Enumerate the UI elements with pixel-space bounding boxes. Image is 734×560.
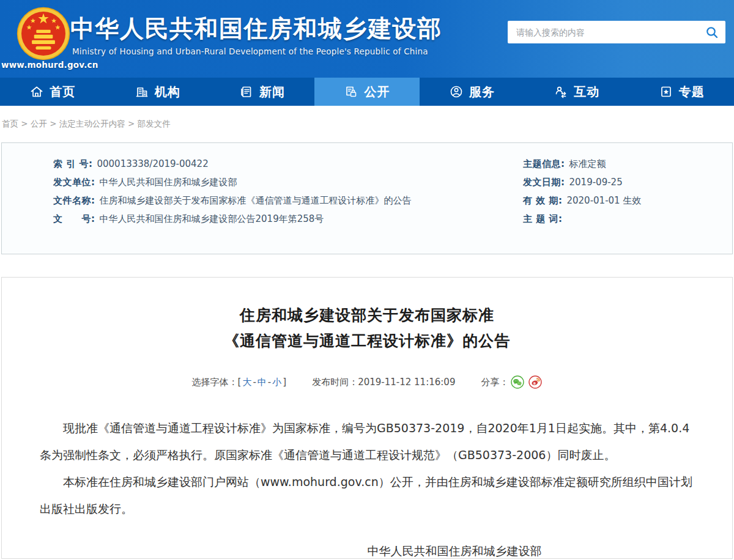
article-title: 住房和城乡建设部关于发布国家标准 《通信管道与通道工程设计标准》的公告	[2, 303, 732, 354]
search-box	[508, 21, 725, 43]
breadcrumb-home[interactable]: 首页	[2, 119, 18, 128]
document-info-panel: 索 引 号:000013338/2019-00422 发文单位:中华人民共和国住…	[1, 142, 733, 254]
nav-label: 公开	[364, 84, 390, 100]
breadcrumb-statutory-content[interactable]: 法定主动公开内容	[59, 119, 125, 128]
weibo-share-icon[interactable]	[528, 375, 542, 389]
article-panel: 住房和城乡建设部关于发布国家标准 《通信管道与通道工程设计标准》的公告 选择字体…	[1, 277, 733, 559]
doc-info-left-column: 索 引 号:000013338/2019-00422 发文单位:中华人民共和国住…	[2, 158, 517, 254]
font-selector-label: 选择字体：	[192, 377, 238, 388]
topics-icon	[659, 84, 673, 99]
nav-item-disclosure[interactable]: 公开	[314, 78, 419, 106]
font-size-large[interactable]: 大	[241, 377, 253, 388]
breadcrumb: 首页 > 公开 > 法定主动公开内容 > 部发文件	[0, 106, 734, 142]
news-icon	[239, 84, 254, 99]
breadcrumb-separator: >	[125, 119, 138, 128]
service-icon	[449, 84, 464, 99]
share-group: 分享：	[481, 375, 542, 389]
doc-info-row-document-name: 文件名称:住房和城乡建设部关于发布国家标准《通信管道与通道工程设计标准》的公告	[53, 195, 517, 206]
site-header: www.mohurd.gov.cn 中华人民共和国住房和城乡建设部 Minist…	[0, 0, 734, 78]
article-title-line1: 住房和城乡建设部关于发布国家标准	[2, 303, 732, 328]
search-icon[interactable]	[705, 25, 719, 40]
nav-label: 机构	[155, 84, 180, 100]
font-size-small[interactable]: 小	[271, 377, 283, 388]
home-icon	[29, 84, 44, 99]
interaction-icon	[554, 84, 568, 99]
nav-label: 首页	[50, 84, 75, 100]
disclosure-icon	[344, 84, 358, 99]
doc-info-row-subject-info: 主题信息:标准定额	[523, 158, 732, 169]
publish-time: 发布时间： 2019-11-12 11:16:09	[312, 377, 455, 388]
breadcrumb-separator: >	[47, 119, 59, 128]
breadcrumb-disclosure[interactable]: 公开	[31, 119, 47, 128]
nav-item-home[interactable]: 首页	[0, 78, 105, 106]
breadcrumb-separator: >	[18, 119, 31, 128]
doc-info-right-column: 主题信息:标准定额 发文日期:2019-09-25 有 效 期:2020-01-…	[517, 158, 732, 254]
article-paragraph-1: 现批准《通信管道与通道工程设计标准》为国家标准，编号为GB50373-2019，…	[40, 414, 694, 468]
nav-label: 服务	[469, 84, 495, 100]
nav-item-organization[interactable]: 机构	[105, 78, 209, 106]
publish-time-value: 2019-11-12 11:16:09	[358, 377, 455, 388]
signature-org: 中华人民共和国住房和城乡建设部	[173, 537, 733, 559]
organization-icon	[135, 84, 149, 99]
wechat-share-icon[interactable]	[511, 375, 524, 389]
breadcrumb-current: 部发文件	[138, 119, 171, 128]
article-title-line2: 《通信管道与通道工程设计标准》的公告	[2, 328, 732, 354]
article-body: 现批准《通信管道与通道工程设计标准》为国家标准，编号为GB50373-2019，…	[2, 414, 732, 522]
doc-info-row-keywords: 主 题 词:	[523, 213, 732, 224]
main-nav: 首页 机构 新闻 公开 服务 互动	[0, 78, 734, 106]
doc-info-row-document-number: 文 号:中华人民共和国住房和城乡建设部公告2019年第258号	[53, 213, 517, 224]
doc-info-row-index-number: 索 引 号:000013338/2019-00422	[53, 158, 517, 169]
font-size-medium[interactable]: 中	[256, 377, 268, 388]
national-emblem-logo	[16, 6, 71, 61]
article-paragraph-2: 本标准在住房和城乡建设部门户网站（www.mohurd.gov.cn）公开，并由…	[40, 468, 694, 522]
doc-info-row-issuing-unit: 发文单位:中华人民共和国住房和城乡建设部	[53, 177, 517, 188]
search-input[interactable]	[516, 28, 705, 37]
nav-label: 专题	[679, 84, 705, 100]
publish-time-label: 发布时间：	[312, 377, 358, 388]
share-label: 分享：	[481, 377, 508, 388]
nav-label: 互动	[574, 84, 599, 100]
site-title: 中华人民共和国住房和城乡建设部	[70, 12, 442, 45]
nav-item-news[interactable]: 新闻	[210, 78, 314, 106]
signature-block: 中华人民共和国住房和城乡建设部 2019年9月25日	[173, 537, 733, 559]
doc-info-row-effective-date: 有 效 期:2020-01-01 生效	[523, 195, 732, 206]
article-meta-row: 选择字体： [ 大 - 中 - 小 ] 发布时间： 2019-11-12 11:…	[2, 375, 732, 389]
nav-item-service[interactable]: 服务	[420, 78, 524, 106]
nav-item-interaction[interactable]: 互动	[524, 78, 629, 106]
doc-info-row-issue-date: 发文日期:2019-09-25	[523, 177, 732, 188]
font-size-selector: 选择字体： [ 大 - 中 - 小 ]	[192, 377, 287, 388]
nav-label: 新闻	[259, 84, 285, 100]
nav-item-topics[interactable]: 专题	[629, 78, 734, 106]
site-url: www.mohurd.gov.cn	[1, 60, 87, 70]
site-title-english: Ministry of Housing and Urban-Rural Deve…	[72, 46, 428, 56]
